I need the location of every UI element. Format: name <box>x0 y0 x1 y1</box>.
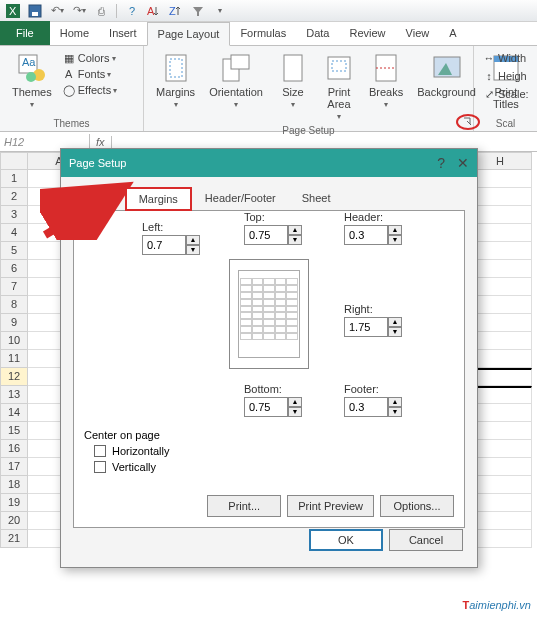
tab-overflow[interactable]: A <box>439 21 466 45</box>
close-icon[interactable]: ✕ <box>457 155 469 171</box>
bottom-input[interactable] <box>244 397 288 417</box>
help-icon[interactable]: ? <box>123 2 141 20</box>
row-header[interactable]: 3 <box>0 206 28 224</box>
filter-icon[interactable] <box>189 2 207 20</box>
themes-button[interactable]: Aa Themes ▾ <box>8 50 56 111</box>
right-input[interactable] <box>344 317 388 337</box>
row-header[interactable]: 1 <box>0 170 28 188</box>
cell[interactable] <box>469 170 532 188</box>
spin-down-icon[interactable]: ▼ <box>388 235 402 245</box>
horizontally-checkbox[interactable]: Horizontally <box>94 445 169 457</box>
colors-button[interactable]: ▦Colors▾ <box>62 50 117 66</box>
row-header[interactable]: 2 <box>0 188 28 206</box>
undo-icon[interactable]: ↶▾ <box>48 2 66 20</box>
spin-up-icon[interactable]: ▲ <box>288 225 302 235</box>
spin-down-icon[interactable]: ▼ <box>288 407 302 417</box>
tab-page-layout[interactable]: Page Layout <box>147 22 231 46</box>
left-input[interactable] <box>142 235 186 255</box>
cancel-button[interactable]: Cancel <box>389 529 463 551</box>
spin-down-icon[interactable]: ▼ <box>186 245 200 255</box>
spin-up-icon[interactable]: ▲ <box>388 397 402 407</box>
cell[interactable] <box>469 530 532 548</box>
row-header[interactable]: 4 <box>0 224 28 242</box>
vertically-checkbox[interactable]: Vertically <box>94 461 169 473</box>
cell[interactable] <box>469 440 532 458</box>
spin-down-icon[interactable]: ▼ <box>388 407 402 417</box>
tab-data[interactable]: Data <box>296 21 339 45</box>
ok-button[interactable]: OK <box>309 529 383 551</box>
sortdesc-icon[interactable]: Z <box>167 2 185 20</box>
row-header[interactable]: 18 <box>0 476 28 494</box>
margins-button[interactable]: Margins▾ <box>152 50 199 111</box>
row-header[interactable]: 7 <box>0 278 28 296</box>
size-button[interactable]: Size▾ <box>273 50 313 111</box>
cell[interactable] <box>469 224 532 242</box>
quickprint-icon[interactable]: ⎙ <box>92 2 110 20</box>
column-header[interactable]: H <box>469 152 532 170</box>
row-header[interactable]: 12 <box>0 368 28 386</box>
spin-down-icon[interactable]: ▼ <box>388 327 402 337</box>
print-preview-button[interactable]: Print Preview <box>287 495 374 517</box>
row-header[interactable]: 10 <box>0 332 28 350</box>
spin-up-icon[interactable]: ▲ <box>288 397 302 407</box>
cell[interactable] <box>469 458 532 476</box>
row-header[interactable]: 15 <box>0 422 28 440</box>
print-button[interactable]: Print... <box>207 495 281 517</box>
help-icon[interactable]: ? <box>437 155 445 171</box>
tab-view[interactable]: View <box>396 21 440 45</box>
row-header[interactable]: 16 <box>0 440 28 458</box>
page-setup-launcher[interactable] <box>456 114 470 128</box>
cell[interactable] <box>469 494 532 512</box>
cell[interactable] <box>469 476 532 494</box>
width-control[interactable]: ↔Width <box>482 50 526 66</box>
top-input[interactable] <box>244 225 288 245</box>
tab-home[interactable]: Home <box>50 21 99 45</box>
fx-icon[interactable]: fx <box>90 136 112 148</box>
print-area-button[interactable]: Print Area▾ <box>319 50 359 123</box>
qat-customize-icon[interactable]: ▾ <box>211 2 229 20</box>
file-tab[interactable]: File <box>0 21 50 45</box>
tab-formulas[interactable]: Formulas <box>230 21 296 45</box>
height-control[interactable]: ↕Heigh <box>482 68 527 84</box>
row-header[interactable]: 20 <box>0 512 28 530</box>
row-header[interactable]: 21 <box>0 530 28 548</box>
row-header[interactable]: 8 <box>0 296 28 314</box>
spin-up-icon[interactable]: ▲ <box>186 235 200 245</box>
orientation-button[interactable]: Orientation▾ <box>205 50 267 111</box>
footer-input[interactable] <box>344 397 388 417</box>
dialog-tab-margins[interactable]: Margins <box>125 187 192 211</box>
tab-insert[interactable]: Insert <box>99 21 147 45</box>
background-button[interactable]: Background <box>413 50 480 100</box>
cell[interactable] <box>469 350 532 368</box>
tab-review[interactable]: Review <box>339 21 395 45</box>
breaks-button[interactable]: Breaks▾ <box>365 50 407 111</box>
scale-control[interactable]: ⤢Scale: <box>482 86 529 102</box>
spin-up-icon[interactable]: ▲ <box>388 225 402 235</box>
row-header[interactable]: 11 <box>0 350 28 368</box>
row-header[interactable]: 13 <box>0 386 28 404</box>
row-header[interactable]: 19 <box>0 494 28 512</box>
options-button[interactable]: Options... <box>380 495 454 517</box>
row-header[interactable]: 6 <box>0 260 28 278</box>
select-all-corner[interactable] <box>0 152 28 170</box>
cell[interactable] <box>469 188 532 206</box>
cell[interactable] <box>469 278 532 296</box>
cell[interactable] <box>469 296 532 314</box>
cell[interactable] <box>469 368 532 386</box>
cell[interactable] <box>469 332 532 350</box>
cell[interactable] <box>469 512 532 530</box>
save-icon[interactable] <box>26 2 44 20</box>
spin-up-icon[interactable]: ▲ <box>388 317 402 327</box>
row-header[interactable]: 5 <box>0 242 28 260</box>
cell[interactable] <box>469 386 532 404</box>
row-header[interactable]: 14 <box>0 404 28 422</box>
dialog-tab-header-footer[interactable]: Header/Footer <box>192 187 289 211</box>
sortasc-icon[interactable]: A <box>145 2 163 20</box>
header-input[interactable] <box>344 225 388 245</box>
cell[interactable] <box>469 260 532 278</box>
cell[interactable] <box>469 314 532 332</box>
cell[interactable] <box>469 422 532 440</box>
dialog-tab-sheet[interactable]: Sheet <box>289 187 344 211</box>
spin-down-icon[interactable]: ▼ <box>288 235 302 245</box>
effects-button[interactable]: ◯Effects▾ <box>62 82 117 98</box>
